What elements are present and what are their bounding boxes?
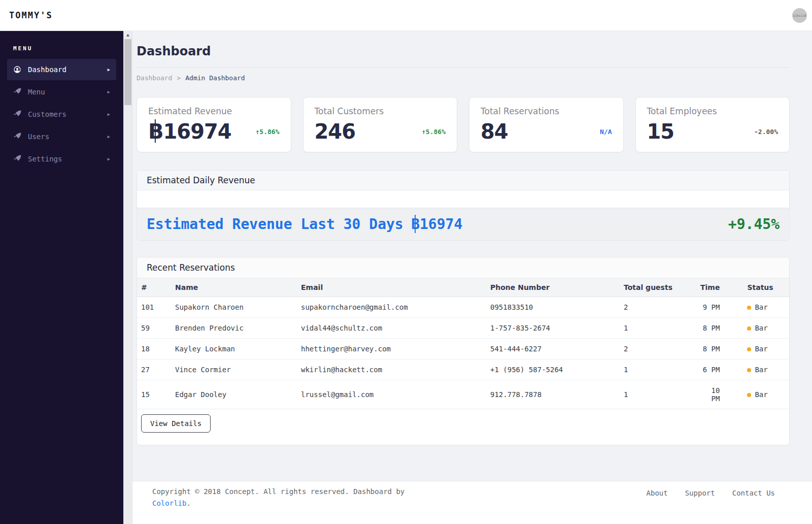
main-content: Dashboard Dashboard > Admin Dashboard Es… <box>132 31 812 481</box>
stat-label: Total Employees <box>647 106 779 116</box>
breadcrumb-separator-icon: > <box>177 74 181 82</box>
cell-id: 18 <box>137 339 171 359</box>
table-row: 27 Vince Cormier wkirlin@hackett.com +1 … <box>137 359 789 380</box>
stat-card-total-employees: Total Employees 15 -2.00% <box>635 97 790 152</box>
user-avatar[interactable]: 128x128 <box>792 8 807 23</box>
stats-row: Estimated Revenue 16974 ↑5.86% Total Cus… <box>137 97 790 152</box>
revenue-summary-text: Estimated Revenue Last 30 Days16974 <box>147 216 462 233</box>
cell-phone: 1-757-835-2674 <box>486 318 620 339</box>
sidebar-item-customers[interactable]: Customers ▶ <box>7 104 116 125</box>
sidebar-item-label: Settings <box>28 155 62 163</box>
cell-id: 15 <box>137 380 171 409</box>
revenue-chart-area <box>137 190 789 208</box>
breadcrumb: Dashboard > Admin Dashboard <box>137 74 790 82</box>
scrollbar-up-arrow-icon[interactable]: ▲ <box>124 31 132 39</box>
col-header-guests: Total guests <box>620 278 696 297</box>
page-footer: Copyright © 2018 Concept. All rights res… <box>132 481 812 524</box>
title-divider <box>137 67 790 68</box>
chevron-right-icon: ▶ <box>108 67 110 72</box>
copyright-suffix: . <box>186 499 190 507</box>
cell-phone: 0951833510 <box>486 297 620 318</box>
status-dot-icon <box>747 368 751 372</box>
chevron-right-icon: ▶ <box>108 134 110 139</box>
cell-name: Supakorn Charoen <box>171 297 297 318</box>
cell-id: 101 <box>137 297 171 318</box>
stat-card-estimated-revenue: Estimated Revenue 16974 ↑5.86% <box>137 97 291 152</box>
top-header: TOMMY'S 128x128 <box>0 0 812 31</box>
recent-reservations-card: Recent Reservations # Name Email Phone N… <box>137 257 790 445</box>
stat-label: Total Customers <box>315 106 446 116</box>
footer-links: About Support Contact Us <box>647 489 775 497</box>
table-row: 101 Supakorn Charoen supakorncharoen@gma… <box>137 297 789 318</box>
cell-guests: 1 <box>620 318 696 339</box>
cell-phone: 912.778.7878 <box>486 380 620 409</box>
sidebar-item-dashboard[interactable]: Dashboard ▶ <box>7 59 116 80</box>
colorlib-link[interactable]: Colorlib <box>152 499 186 507</box>
baht-symbol <box>411 216 420 233</box>
status-dot-icon <box>747 306 751 310</box>
cell-guests: 1 <box>620 380 696 409</box>
stat-trend: -2.00% <box>754 128 778 136</box>
stat-value: 16974 <box>148 121 231 142</box>
col-header-status: Status <box>721 278 789 297</box>
page-title: Dashboard <box>137 44 790 58</box>
copyright-text: Copyright © 2018 Concept. All rights res… <box>152 486 404 509</box>
brand-logo[interactable]: TOMMY'S <box>9 10 53 20</box>
sidebar-item-label: Menu <box>28 88 45 96</box>
cell-status: Bar <box>721 339 789 359</box>
copyright-prefix: Copyright © 2018 Concept. All rights res… <box>152 487 404 496</box>
rocket-icon <box>13 133 21 141</box>
cell-email: hhettinger@harvey.com <box>297 339 486 359</box>
footer-link-about[interactable]: About <box>647 489 668 497</box>
sidebar-item-label: Customers <box>28 110 66 118</box>
reservations-table: # Name Email Phone Number Total guests T… <box>137 278 789 409</box>
rocket-icon <box>13 88 21 96</box>
baht-symbol <box>148 121 163 142</box>
stat-card-total-reservations: Total Reservations 84 N/A <box>469 97 624 152</box>
sidebar-item-settings[interactable]: Settings ▶ <box>7 148 116 170</box>
chevron-right-icon: ▶ <box>108 112 110 117</box>
table-row: 18 Kayley Lockman hhettinger@harvey.com … <box>137 339 789 359</box>
vertical-scrollbar[interactable]: ▲ <box>123 31 132 524</box>
col-header-name: Name <box>171 278 297 297</box>
cell-status: Bar <box>721 380 789 409</box>
col-header-phone: Phone Number <box>486 278 620 297</box>
scrollbar-thumb[interactable] <box>124 39 131 105</box>
cell-email: lrussel@gmail.com <box>297 380 486 409</box>
cell-guests: 2 <box>620 297 696 318</box>
footer-link-contact-us[interactable]: Contact Us <box>732 489 775 497</box>
cell-time: 8 PM <box>696 339 721 359</box>
rocket-icon <box>13 110 21 118</box>
stat-label: Estimated Revenue <box>148 106 280 116</box>
table-header-row: # Name Email Phone Number Total guests T… <box>137 278 789 297</box>
revenue-summary-strip: Estimated Revenue Last 30 Days16974 +9.4… <box>137 208 789 240</box>
sidebar-item-menu[interactable]: Menu ▶ <box>7 81 116 103</box>
cell-phone: +1 (956) 587-5264 <box>486 359 620 380</box>
breadcrumb-current: Admin Dashboard <box>185 74 245 82</box>
view-details-button[interactable]: View Details <box>141 414 211 433</box>
breadcrumb-parent[interactable]: Dashboard <box>137 74 172 82</box>
footer-link-support[interactable]: Support <box>685 489 715 497</box>
cell-time: 9 PM <box>696 297 721 318</box>
card-title: Recent Reservations <box>137 257 789 278</box>
estimated-daily-revenue-card: Estimated Daily Revenue Estimated Revenu… <box>137 170 790 241</box>
table-row: 15 Edgar Dooley lrussel@gmail.com 912.77… <box>137 380 789 409</box>
sidebar-item-users[interactable]: Users ▶ <box>7 126 116 147</box>
cell-guests: 2 <box>620 339 696 359</box>
cell-email: supakorncharoen@gmail.com <box>297 297 486 318</box>
cell-time: 10 PM <box>696 380 721 409</box>
cell-guests: 1 <box>620 359 696 380</box>
stat-card-total-customers: Total Customers 246 ↑5.86% <box>303 97 458 152</box>
cell-time: 8 PM <box>696 318 721 339</box>
chevron-right-icon: ▶ <box>108 156 110 161</box>
cell-email: vidal44@schultz.com <box>297 318 486 339</box>
card-title: Estimated Daily Revenue <box>137 171 789 190</box>
cell-status: Bar <box>721 297 789 318</box>
status-dot-icon <box>747 393 751 397</box>
cell-id: 27 <box>137 359 171 380</box>
cell-time: 6 PM <box>696 359 721 380</box>
cell-name: Edgar Dooley <box>171 380 297 409</box>
cell-email: wkirlin@hackett.com <box>297 359 486 380</box>
cell-name: Kayley Lockman <box>171 339 297 359</box>
rocket-icon <box>13 155 21 163</box>
